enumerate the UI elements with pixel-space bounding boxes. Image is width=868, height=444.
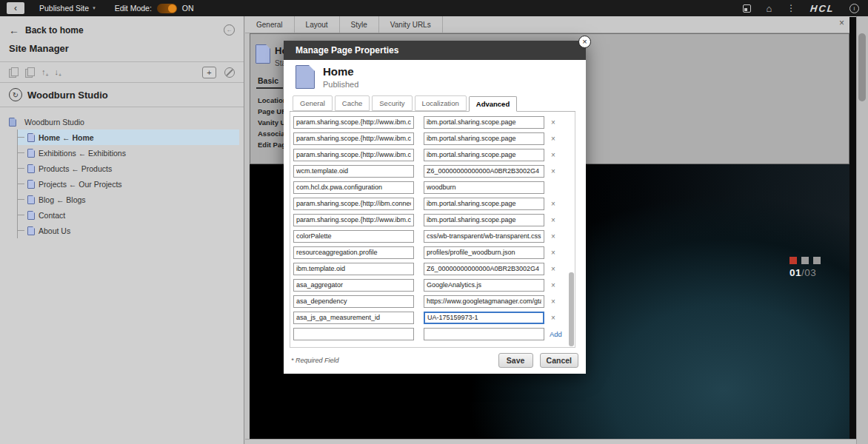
parameter-key-input[interactable] (293, 132, 414, 145)
parameter-value-input[interactable] (424, 198, 544, 210)
remove-row-button[interactable]: × (544, 200, 562, 208)
back-to-home-link[interactable]: Back to home (25, 25, 84, 36)
remove-row-button[interactable]: × (544, 135, 562, 143)
tree-item[interactable]: Contact (18, 207, 239, 223)
tree-item[interactable]: Exhibitions ← Exhibitions (18, 145, 239, 161)
carousel-square[interactable] (801, 257, 809, 264)
tree-item[interactable]: Blog ← Blogs (18, 192, 239, 207)
parameter-key-input[interactable] (293, 214, 414, 226)
edit-mode-toggle[interactable] (157, 4, 177, 13)
copy-page-icon[interactable] (9, 67, 17, 77)
required-field-note: * Required Field (291, 357, 339, 364)
parameter-key-input[interactable] (293, 230, 414, 243)
tree-root-item[interactable]: Woodburn Studio (7, 115, 239, 130)
parameter-value-input[interactable] (424, 246, 544, 259)
remove-row-button[interactable]: × (544, 314, 562, 322)
parameter-row: × (293, 260, 575, 277)
window-icon[interactable] (743, 4, 751, 13)
remove-row-button[interactable]: × (544, 297, 562, 306)
manage-page-properties-modal: × Manage Page Properties Home Published … (284, 41, 586, 374)
tab-vanity-urls[interactable]: Vanity URLs (379, 16, 443, 33)
parameter-key-input[interactable] (293, 279, 414, 292)
modal-header: Manage Page Properties (284, 41, 586, 60)
parameter-value-input[interactable] (424, 132, 544, 145)
back-button[interactable]: ‹ (7, 2, 24, 14)
modal-close-icon[interactable]: × (578, 36, 591, 48)
paste-page-icon[interactable] (25, 67, 33, 77)
carousel-square[interactable] (789, 257, 797, 264)
modal-tab-cache[interactable]: Cache (335, 95, 370, 111)
home-icon[interactable]: ⌂ (766, 4, 772, 13)
add-page-button[interactable]: + (202, 67, 216, 78)
remove-row-button[interactable]: × (544, 249, 562, 257)
parameter-value-input[interactable] (424, 328, 544, 340)
tree-item[interactable]: Home ← Home (18, 130, 239, 145)
page-icon (256, 44, 270, 64)
page-icon (27, 133, 35, 142)
parameter-key-input[interactable] (293, 149, 414, 161)
remove-row-button[interactable]: × (544, 232, 562, 240)
page-icon (296, 65, 315, 89)
remove-row-button[interactable]: × (544, 167, 562, 175)
parameter-value-input[interactable] (424, 295, 544, 308)
parameter-value-input[interactable] (424, 263, 544, 275)
back-arrow-icon: ← (9, 25, 19, 36)
parameter-value-input[interactable] (424, 279, 544, 292)
parameter-key-input[interactable] (293, 198, 414, 210)
parameter-key-input[interactable] (293, 295, 414, 308)
info-icon[interactable]: i (849, 4, 859, 13)
modal-tab-security[interactable]: Security (372, 95, 412, 111)
parameter-key-input[interactable] (293, 263, 414, 275)
tab-style[interactable]: Style (340, 16, 379, 33)
parameter-key-input[interactable] (293, 312, 414, 324)
parameter-row: × (293, 147, 575, 163)
tree-root-label: Woodburn Studio (24, 118, 84, 127)
remove-row-button[interactable]: × (544, 118, 562, 127)
modal-tab-general[interactable]: General (293, 95, 333, 111)
site-state-selector[interactable]: Published Site ▾ (39, 4, 96, 13)
site-tree: Woodburn Studio Home ← Home Exhibitions … (0, 107, 244, 238)
remove-row-button[interactable]: × (544, 151, 562, 159)
parameter-key-input[interactable] (293, 246, 414, 259)
site-manager-sidebar: ← Back to home ← Site Manager ↑ ↓ + ↻ Wo… (0, 16, 244, 444)
parameter-key-input[interactable] (293, 116, 414, 129)
parameter-value-input[interactable] (424, 312, 544, 324)
modal-tab-advanced[interactable]: Advanced (469, 96, 517, 112)
page-scrollbar[interactable] (856, 16, 868, 444)
cancel-button[interactable]: Cancel (540, 353, 578, 368)
parameter-key-input[interactable] (293, 181, 414, 194)
more-menu-icon[interactable]: ⋮ (787, 4, 795, 13)
panel-tab-basic[interactable]: Basic (258, 76, 278, 85)
parameter-value-input[interactable] (424, 214, 544, 226)
remove-row-button[interactable]: × (544, 281, 562, 289)
tab-layout[interactable]: Layout (295, 16, 340, 33)
modal-scrollbar-thumb[interactable] (569, 272, 574, 346)
parameter-value-input[interactable] (424, 230, 544, 243)
parameter-rows: × × × × × × × × (290, 112, 575, 348)
add-row-button[interactable]: Add (550, 330, 562, 338)
move-down-icon[interactable]: ↓ (55, 68, 59, 76)
save-button[interactable]: Save (498, 353, 533, 368)
content-close-icon[interactable]: × (839, 18, 844, 27)
parameter-value-input[interactable] (424, 181, 544, 194)
parameter-value-input[interactable] (424, 165, 544, 178)
theme-icon[interactable] (224, 67, 235, 78)
parameter-value-input[interactable] (424, 149, 544, 161)
page-icon (27, 149, 35, 158)
tree-item[interactable]: About Us (18, 223, 239, 238)
page-scrollbar-thumb[interactable] (858, 33, 866, 101)
tree-item[interactable]: Projects ← Our Projects (18, 176, 239, 192)
parameter-key-input[interactable] (293, 328, 414, 340)
parameter-value-input[interactable] (424, 116, 544, 129)
carousel-square[interactable] (813, 257, 821, 264)
move-up-icon[interactable]: ↑ (41, 68, 46, 76)
remove-row-button[interactable]: × (544, 216, 562, 224)
parameter-key-input[interactable] (293, 165, 414, 178)
collapse-panel-icon[interactable]: ← (224, 24, 235, 36)
modal-tab-localization[interactable]: Localization (415, 95, 467, 111)
parameter-row: × (293, 277, 575, 293)
remove-row-button[interactable]: × (544, 265, 562, 273)
tree-item[interactable]: Products ← Products (18, 161, 239, 176)
tab-general[interactable]: General (245, 16, 295, 33)
horizontal-scrollbar[interactable] (245, 439, 856, 444)
